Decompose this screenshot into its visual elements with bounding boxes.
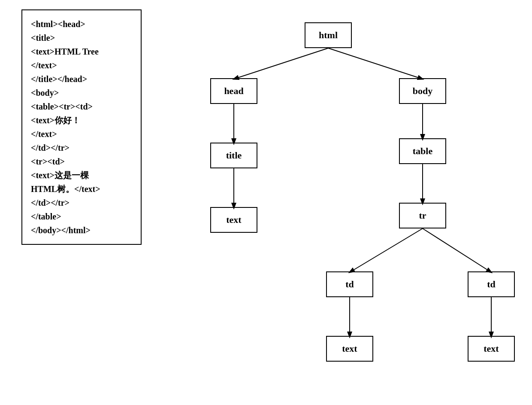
code-line: <tr><td> <box>31 155 132 168</box>
tree-node-text1: text <box>210 207 257 233</box>
tree-node-text3: text <box>468 336 515 362</box>
code-line: </td></tr> <box>31 196 132 210</box>
tree-node-title: title <box>210 143 257 168</box>
code-panel: <html><head><title><text>HTML Tree</text… <box>21 9 142 245</box>
tree-edge-html-body <box>328 48 423 79</box>
tree-node-html: html <box>305 22 352 48</box>
tree-panel: htmlheadbodytitletabletexttrtdtdtexttext <box>159 9 511 396</box>
tree-node-tr: tr <box>399 203 446 228</box>
code-line: HTML树。</text> <box>31 182 132 196</box>
tree-node-td1: td <box>326 271 373 297</box>
code-line: <text>你好！ <box>31 113 132 127</box>
tree-node-td2: td <box>468 271 515 297</box>
tree-edge-html-head <box>234 48 328 79</box>
code-line: </text> <box>31 127 132 141</box>
code-line: </text> <box>31 58 132 72</box>
code-line: <body> <box>31 86 132 100</box>
code-line: <html><head> <box>31 17 132 31</box>
code-line: </title></head> <box>31 72 132 86</box>
code-line: <title> <box>31 31 132 45</box>
tree-edge-tr-td1 <box>350 228 423 272</box>
tree-node-table: table <box>399 138 446 164</box>
code-line: <table><tr><td> <box>31 100 132 113</box>
code-line: <text>HTML Tree <box>31 45 132 58</box>
code-line: </table> <box>31 210 132 223</box>
tree-node-head: head <box>210 78 257 104</box>
code-line: </td></tr> <box>31 141 132 155</box>
code-line: </body></html> <box>31 223 132 237</box>
tree-node-body: body <box>399 78 446 104</box>
main-container: <html><head><title><text>HTML Tree</text… <box>9 0 523 405</box>
tree-node-text2: text <box>326 336 373 362</box>
code-line: <text>这是一棵 <box>31 168 132 182</box>
tree-edge-tr-td2 <box>423 228 491 272</box>
